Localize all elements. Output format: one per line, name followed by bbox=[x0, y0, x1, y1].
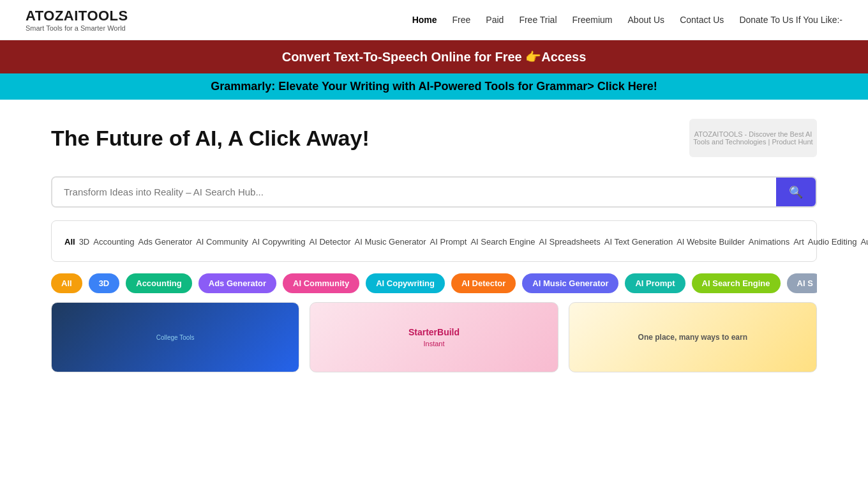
category-link[interactable]: Automation bbox=[860, 237, 868, 247]
category-link[interactable]: All bbox=[64, 237, 75, 247]
category-link[interactable]: AI Prompt bbox=[430, 237, 467, 247]
card-3[interactable]: One place, many ways to earn bbox=[569, 302, 817, 372]
category-link[interactable]: AI Spreadsheets bbox=[539, 237, 601, 247]
search-container: 🔍 bbox=[51, 176, 817, 208]
nav-free-trial[interactable]: Free Trial bbox=[519, 15, 557, 25]
pill-ai-copywriting[interactable]: AI Copywriting bbox=[366, 273, 445, 293]
pill-ai-search-engine[interactable]: AI Search Engine bbox=[692, 273, 781, 293]
card-2-content: StarterBuild Instant bbox=[310, 303, 557, 372]
pill-ai-community[interactable]: AI Community bbox=[283, 273, 359, 293]
banner-red[interactable]: Convert Text-To-Speech Online for Free 👉… bbox=[0, 40, 868, 73]
cards-row: College Tools StarterBuild Instant One p… bbox=[51, 302, 817, 372]
logo-title: ATOZAITOOLS bbox=[26, 8, 128, 24]
category-link[interactable]: AI Text Generation bbox=[604, 237, 673, 247]
search-input[interactable] bbox=[52, 178, 776, 206]
hero-section: The Future of AI, A Click Away! ATOZAITO… bbox=[0, 100, 868, 170]
category-link[interactable]: AI Copywriting bbox=[252, 237, 306, 247]
card-3-content: One place, many ways to earn bbox=[569, 303, 816, 372]
pill-3d[interactable]: 3D bbox=[89, 273, 120, 293]
pill-ai-music-generator[interactable]: AI Music Generator bbox=[522, 273, 618, 293]
category-link[interactable]: AI Website Builder bbox=[677, 237, 745, 247]
pill-ai-s[interactable]: AI S bbox=[787, 273, 817, 293]
category-link[interactable]: Audio Editing bbox=[808, 237, 857, 247]
header: ATOZAITOOLS Smart Tools for a Smarter Wo… bbox=[0, 0, 868, 40]
category-link[interactable]: Accounting bbox=[93, 237, 134, 247]
pill-ai-prompt[interactable]: AI Prompt bbox=[625, 273, 685, 293]
category-link[interactable]: Ads Generator bbox=[138, 237, 193, 247]
nav-free[interactable]: Free bbox=[453, 15, 471, 25]
category-link[interactable]: AI Search Engine bbox=[470, 237, 535, 247]
nav-paid[interactable]: Paid bbox=[486, 15, 504, 25]
nav-donate[interactable]: Donate To Us If You Like:- bbox=[739, 15, 842, 25]
hero-image: ATOZAITOOLS - Discover the Best AI Tools… bbox=[689, 119, 817, 157]
category-link[interactable]: Art bbox=[793, 237, 804, 247]
category-filter-box: All3DAccountingAds GeneratorAI Community… bbox=[51, 220, 817, 262]
pills-row: All3DAccountingAds GeneratorAI Community… bbox=[51, 273, 817, 293]
category-link[interactable]: AI Music Generator bbox=[355, 237, 426, 247]
pill-all[interactable]: All bbox=[51, 273, 82, 293]
search-button[interactable]: 🔍 bbox=[776, 178, 816, 206]
nav-freemium[interactable]: Freemium bbox=[572, 15, 613, 25]
main-nav: Home Free Paid Free Trial Freemium About… bbox=[412, 15, 842, 25]
nav-home[interactable]: Home bbox=[412, 15, 437, 25]
category-link[interactable]: AI Detector bbox=[310, 237, 351, 247]
logo-subtitle: Smart Tools for a Smarter World bbox=[26, 24, 128, 32]
category-link[interactable]: 3D bbox=[79, 237, 90, 247]
pill-ads-generator[interactable]: Ads Generator bbox=[198, 273, 276, 293]
nav-about[interactable]: About Us bbox=[628, 15, 665, 25]
category-link[interactable]: AI Community bbox=[196, 237, 248, 247]
nav-contact[interactable]: Contact Us bbox=[680, 15, 724, 25]
card-2[interactable]: StarterBuild Instant bbox=[310, 302, 558, 372]
pill-accounting[interactable]: Accounting bbox=[126, 273, 192, 293]
logo-area: ATOZAITOOLS Smart Tools for a Smarter Wo… bbox=[26, 8, 128, 32]
card-1[interactable]: College Tools bbox=[51, 302, 299, 372]
category-link[interactable]: Animations bbox=[749, 237, 789, 247]
card-1-content: College Tools bbox=[52, 303, 299, 372]
pill-ai-detector[interactable]: AI Detector bbox=[451, 273, 516, 293]
hero-title: The Future of AI, A Click Away! bbox=[51, 126, 370, 151]
banner-cyan[interactable]: Grammarly: Elevate Your Writing with AI-… bbox=[0, 73, 868, 100]
